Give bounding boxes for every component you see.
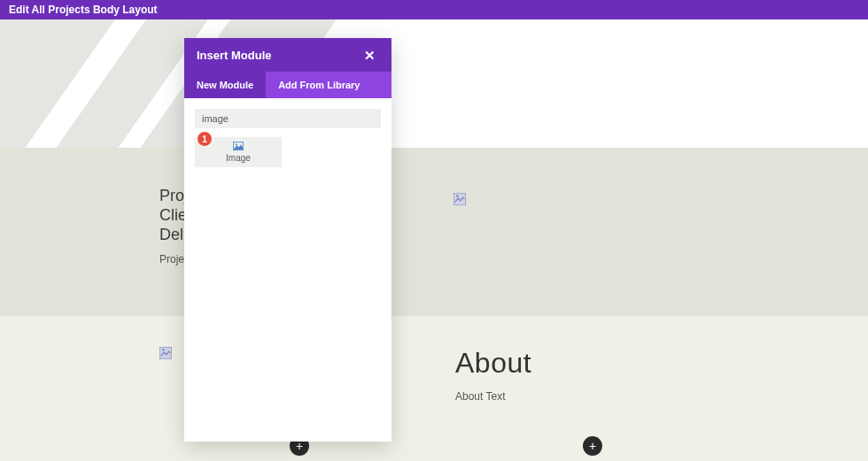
step-badge: 1 — [197, 131, 213, 147]
about-section-background — [0, 316, 868, 461]
tab-new-module[interactable]: New Module — [184, 72, 266, 98]
hero-diagonal-background — [0, 19, 868, 148]
svg-point-3 — [162, 349, 164, 350]
broken-image-icon — [159, 347, 172, 359]
modal-body: Image — [184, 98, 391, 442]
svg-point-1 — [456, 195, 458, 196]
top-bar-title: Edit All Projects Body Layout — [9, 4, 158, 16]
step-number: 1 — [202, 134, 207, 144]
insert-module-modal: Insert Module ✕ New Module Add From Libr… — [184, 38, 391, 442]
about-block: About About Text — [455, 347, 531, 403]
about-title: About — [455, 347, 531, 380]
plus-icon: + — [589, 439, 596, 453]
add-module-button[interactable]: + — [583, 436, 602, 456]
about-subtitle: About Text — [455, 390, 531, 403]
image-icon — [233, 142, 244, 152]
modal-title: Insert Module — [197, 49, 272, 62]
tab-add-from-library[interactable]: Add From Library — [266, 72, 372, 98]
broken-image-icon — [453, 193, 466, 205]
top-bar: Edit All Projects Body Layout — [0, 0, 868, 19]
modal-header: Insert Module ✕ — [184, 38, 391, 72]
close-icon[interactable]: ✕ — [360, 47, 379, 64]
module-label: Image — [226, 153, 251, 163]
search-input[interactable] — [195, 109, 381, 128]
svg-point-5 — [236, 143, 237, 145]
module-grid: Image — [195, 137, 381, 167]
modal-tabs: New Module Add From Library — [184, 72, 391, 98]
project-section-background — [0, 148, 868, 316]
